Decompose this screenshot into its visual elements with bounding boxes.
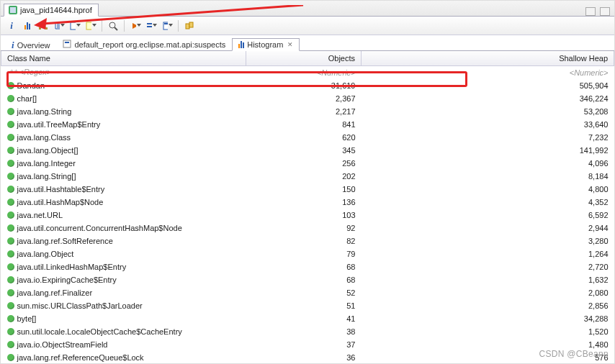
histogram-button[interactable]	[21, 19, 34, 32]
tab-label: Overview	[17, 41, 50, 50]
cell-class-name: java.util.LinkedHashMap$Entry	[1, 260, 246, 273]
svg-point-5	[109, 22, 115, 28]
svg-rect-12	[189, 22, 193, 27]
histogram-table-scroll[interactable]: Class Name Objects Shallow Heap ⁺⁺ <Rege…	[1, 51, 614, 363]
col-objects[interactable]: Objects	[246, 51, 362, 66]
cell-objects: 36	[246, 351, 362, 364]
table-row[interactable]: java.lang.ref.Finalizer522,080	[1, 286, 614, 299]
cell-class-name: char[]	[1, 92, 246, 105]
table-row[interactable]: java.util.LinkedHashMap$Entry682,720	[1, 260, 614, 273]
svg-rect-0	[42, 22, 45, 24]
cell-shallow: 34,288	[362, 312, 614, 325]
class-icon	[7, 82, 14, 89]
cell-shallow: 2,856	[362, 299, 614, 312]
thread-overview-button[interactable]	[53, 19, 66, 32]
cell-shallow: 6,592	[362, 209, 614, 222]
cell-shallow: 1,632	[362, 273, 614, 286]
svg-rect-3	[71, 22, 76, 29]
compare-button[interactable]	[183, 19, 196, 32]
oql-button[interactable]	[84, 19, 97, 32]
table-row[interactable]: java.lang.Integer2564,096	[1, 157, 614, 170]
table-row[interactable]: java.net.URL1036,592	[1, 209, 614, 222]
cell-shallow: 4,352	[362, 196, 614, 209]
cell-shallow: 53,208	[362, 105, 614, 118]
svg-rect-10	[164, 23, 168, 24]
table-row[interactable]: java.lang.Object[]345141,992	[1, 144, 614, 157]
table-row[interactable]: java.util.concurrent.ConcurrentHashMap$N…	[1, 222, 614, 235]
class-icon	[7, 250, 14, 258]
cell-objects: 41	[246, 312, 362, 325]
overview-icon: i	[12, 40, 14, 50]
run-report-button[interactable]	[129, 19, 142, 32]
class-icon	[7, 328, 14, 335]
class-icon	[7, 199, 14, 206]
cell-class-name: byte[]	[1, 312, 246, 325]
table-row[interactable]: java.lang.Object791,264	[1, 247, 614, 260]
cell-objects: 103	[246, 209, 362, 222]
minimize-button[interactable]	[585, 7, 596, 16]
histogram-icon	[238, 41, 244, 48]
class-icon	[7, 186, 14, 193]
table-row[interactable]: java.lang.ref.ReferenceQueue$Lock36576	[1, 351, 614, 364]
mat-toolbar: i	[1, 17, 614, 35]
tab-label: default_report org.eclipse.mat.api:suspe…	[74, 40, 225, 49]
cell-shallow: 2,720	[362, 260, 614, 273]
top-consumers-button[interactable]	[68, 19, 81, 32]
table-row[interactable]: java.lang.Class6207,232	[1, 131, 614, 144]
class-icon	[7, 173, 14, 180]
cell-objects: 202	[246, 170, 362, 183]
svg-rect-7	[147, 23, 152, 24]
table-row[interactable]: byte[]4134,288	[1, 312, 614, 325]
cell-class-name: java.util.TreeMap$Entry	[1, 118, 246, 131]
table-row[interactable]: java.lang.String[]2028,184	[1, 170, 614, 183]
cell-objects: 37	[246, 338, 362, 351]
svg-rect-2	[45, 27, 48, 29]
class-icon	[7, 302, 14, 309]
hprof-file-icon	[9, 6, 17, 14]
cell-objects: 136	[246, 196, 362, 209]
calculate-button[interactable]	[161, 19, 174, 32]
table-row[interactable]: java.util.Hashtable$Entry1504,800	[1, 183, 614, 196]
table-row[interactable]: java.util.HashMap$Node1364,352	[1, 196, 614, 209]
editor-tab-hprof[interactable]: java_pid14644.hprof	[4, 4, 99, 17]
cell-shallow: 2,080	[362, 286, 614, 299]
class-icon	[7, 263, 14, 270]
chevron-down-icon	[153, 24, 157, 28]
class-icon	[7, 134, 14, 141]
chevron-down-icon	[60, 24, 65, 28]
dominator-tree-button[interactable]	[37, 19, 50, 32]
close-icon[interactable]: ✕	[287, 41, 293, 48]
svg-rect-4	[86, 22, 91, 29]
tab-histogram[interactable]: Histogram ✕	[232, 38, 300, 51]
filter-row[interactable]: ⁺⁺ <Regex> <Numeric> <Numeric>	[1, 66, 614, 79]
col-class-name[interactable]: Class Name	[1, 51, 246, 66]
table-row[interactable]: sun.misc.URLClassPath$JarLoader512,856	[1, 299, 614, 312]
class-icon	[7, 341, 14, 348]
cell-shallow: 33,640	[362, 118, 614, 131]
class-icon	[7, 108, 14, 115]
table-row[interactable]: java.io.ExpiringCache$Entry681,632	[1, 273, 614, 286]
tab-default-report[interactable]: default_report org.eclipse.mat.api:suspe…	[56, 37, 232, 51]
col-shallow[interactable]: Shallow Heap	[362, 51, 614, 66]
group-button[interactable]	[145, 19, 158, 32]
table-row[interactable]: java.util.TreeMap$Entry84133,640	[1, 118, 614, 131]
cell-class-name: java.lang.Object	[1, 247, 246, 260]
table-header-row: Class Name Objects Shallow Heap	[1, 51, 614, 66]
cell-class-name: java.net.URL	[1, 209, 246, 222]
table-row[interactable]: java.lang.String2,21753,208	[1, 105, 614, 118]
search-button[interactable]	[107, 19, 120, 32]
table-row[interactable]: java.io.ObjectStreamField371,480	[1, 338, 614, 351]
tab-overview[interactable]: i Overview	[5, 38, 56, 51]
overview-button[interactable]: i	[5, 19, 18, 32]
svg-rect-14	[65, 42, 69, 43]
cell-objects: 68	[246, 273, 362, 286]
cell-class-name: java.lang.Integer	[1, 157, 246, 170]
toolbar-separator	[102, 20, 102, 32]
cell-class-name: java.lang.String[]	[1, 170, 246, 183]
table-row[interactable]: char[]2,367346,224	[1, 92, 614, 105]
table-row[interactable]: Dandan31,619505,904	[1, 79, 614, 92]
table-row[interactable]: java.lang.ref.SoftReference823,280	[1, 235, 614, 247]
maximize-button[interactable]	[600, 7, 610, 16]
chevron-down-icon	[137, 24, 141, 28]
table-row[interactable]: sun.util.locale.LocaleObjectCache$CacheE…	[1, 325, 614, 338]
